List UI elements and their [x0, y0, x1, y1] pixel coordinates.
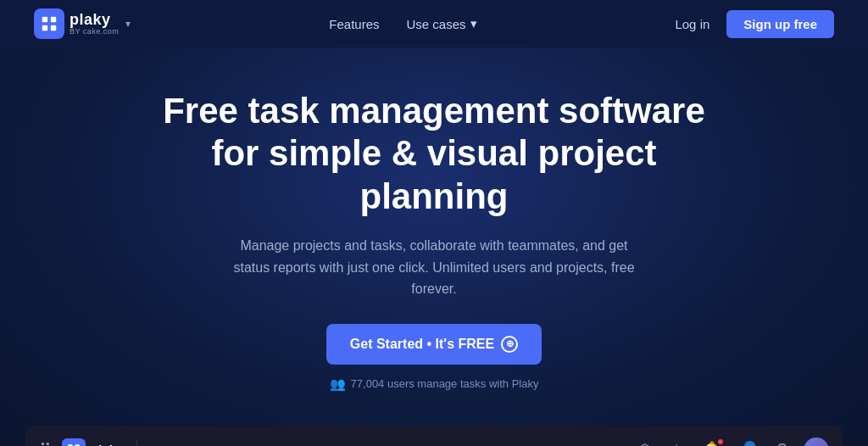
logo-sub: BY cake.com	[70, 27, 119, 36]
app-logo-icon	[62, 438, 86, 446]
cta-button[interactable]: Get Started • It's FREE ⊕	[326, 324, 542, 365]
hero-section: Free task management software for simple…	[0, 47, 868, 417]
svg-rect-2	[42, 25, 47, 31]
help-icon[interactable]: ?	[777, 440, 787, 446]
app-logo-name: plaky	[91, 443, 123, 446]
logo-text: plaky BY cake.com	[70, 12, 119, 36]
app-divider	[136, 441, 137, 446]
logo-icon	[34, 8, 64, 39]
app-plaky-svg	[66, 443, 81, 446]
user-avatar[interactable]	[804, 438, 829, 446]
home-icon[interactable]: ⌂	[610, 440, 620, 446]
logo-chevron-icon[interactable]: ▾	[125, 18, 131, 30]
notification-dot	[717, 438, 724, 445]
usecases-chevron-icon: ▾	[470, 16, 477, 31]
grid-icon[interactable]: ⠿	[39, 440, 52, 446]
svg-rect-3	[51, 25, 56, 31]
user-count-bar: 👥 77,004 users manage tasks with Plaky	[17, 376, 851, 392]
app-bar-right-icons: ⌂ ⬡ ☆ 🔔 👤 ?	[610, 438, 829, 446]
app-toolbar: ⠿ plaky Space One ••• ⌂ ⬡ ☆ 🔔 👤 ?	[25, 426, 843, 446]
nav-features-link[interactable]: Features	[329, 17, 379, 31]
nav-links: Features Use cases ▾	[329, 16, 476, 31]
user-count-text: 77,004 users manage tasks with Plaky	[351, 377, 539, 390]
login-button[interactable]: Log in	[675, 17, 709, 31]
svg-rect-0	[42, 17, 47, 22]
bell-icon[interactable]: 🔔	[701, 440, 722, 446]
svg-rect-1	[51, 17, 56, 22]
cube-icon[interactable]: ⬡	[637, 440, 652, 446]
signup-button[interactable]: Sign up free	[726, 10, 834, 38]
team-icon[interactable]: 👤	[739, 440, 760, 446]
nav-usecases-link[interactable]: Use cases ▾	[406, 16, 476, 31]
nav-logo-area: plaky BY cake.com ▾	[34, 8, 131, 39]
cta-label: Get Started • It's FREE	[350, 337, 494, 352]
app-logo: plaky	[62, 438, 123, 446]
users-icon: 👥	[330, 376, 346, 392]
nav-actions: Log in Sign up free	[675, 10, 834, 38]
hero-title: Free task management software for simple…	[137, 90, 731, 218]
navbar: plaky BY cake.com ▾ Features Use cases ▾…	[0, 0, 868, 47]
cta-circle-arrow-icon: ⊕	[501, 336, 518, 353]
plaky-logo-svg	[40, 14, 58, 33]
app-more-button[interactable]: •••	[220, 441, 239, 446]
logo-name: plaky	[70, 12, 119, 27]
hero-subtitle: Manage projects and tasks, collaborate w…	[222, 235, 646, 300]
star-icon[interactable]: ☆	[669, 440, 684, 446]
